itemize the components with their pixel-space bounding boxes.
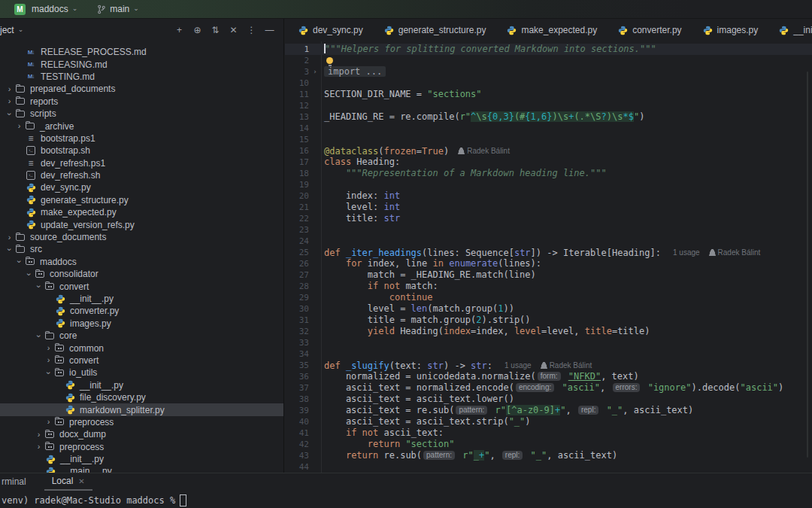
code-line-16[interactable]: 16@dataclass(frozen=True)Radek Bálint xyxy=(285,145,812,157)
code-line-25[interactable]: 25def _iter_headings(lines: Sequence[str… xyxy=(285,247,812,258)
tree-item--init-py[interactable]: __init__.py xyxy=(0,293,283,305)
code-line-17[interactable]: 17class Heading: xyxy=(285,157,812,168)
tree-item-convert[interactable]: ›convert xyxy=(0,354,283,367)
editor-tab-converter-py[interactable]: converter.py xyxy=(607,19,692,41)
line-number[interactable]: 41 xyxy=(285,427,309,439)
code-line-12[interactable]: 12 xyxy=(285,100,812,111)
tree-item-releasing-md[interactable]: M↓RELEASING.md xyxy=(0,58,283,70)
line-number[interactable]: 31 xyxy=(285,315,309,326)
tree-item-make-expected-py[interactable]: make_expected.py xyxy=(0,206,283,218)
line-number[interactable]: 32 xyxy=(285,326,309,337)
line-number[interactable]: 23 xyxy=(285,224,309,236)
chevron-expanded-icon[interactable]: › xyxy=(35,331,43,341)
chevron-collapsed-icon[interactable]: › xyxy=(44,356,53,364)
tree-item--init-py[interactable]: __init__.py xyxy=(0,379,283,391)
line-number[interactable]: 30 xyxy=(285,303,309,315)
more-options-icon[interactable]: ⋮ xyxy=(244,23,259,38)
hide-panel-icon[interactable]: — xyxy=(262,23,277,38)
code-line-41[interactable]: 41 if not ascii_text: xyxy=(285,427,812,439)
code-line-18[interactable]: 18 """Representation of a Markdown headi… xyxy=(285,168,812,179)
line-number[interactable]: 28 xyxy=(285,281,309,292)
code-line-23[interactable]: 23 xyxy=(285,224,812,236)
code-line-26[interactable]: 26 for index, line in enumerate(lines): xyxy=(285,258,812,269)
line-number[interactable]: 2 xyxy=(285,55,309,66)
code-line-10[interactable]: 10 xyxy=(285,78,812,89)
chevron-collapsed-icon[interactable]: › xyxy=(34,430,44,439)
close-icon[interactable]: ✕ xyxy=(78,477,84,485)
line-number[interactable]: 37 xyxy=(285,382,309,394)
code-line-36[interactable]: 36 normalized = unicodedata.normalize(fo… xyxy=(285,371,812,382)
code-line-3[interactable]: 3›import ... xyxy=(285,66,812,78)
line-number[interactable]: 18 xyxy=(285,168,309,179)
tree-item-docx-dump[interactable]: ›docx_dump xyxy=(0,428,283,440)
line-number[interactable]: 19 xyxy=(285,179,309,190)
chevron-collapsed-icon[interactable]: › xyxy=(5,233,14,242)
tree-item--archive[interactable]: ›_archive xyxy=(0,120,283,132)
line-number[interactable]: 14 xyxy=(285,123,309,134)
line-number[interactable]: 25 xyxy=(285,247,309,258)
line-number[interactable]: 16 xyxy=(285,145,309,157)
line-number[interactable]: 38 xyxy=(285,394,309,405)
terminal-window-label[interactable]: rminal xyxy=(2,476,26,491)
code-line-29[interactable]: 29 continue xyxy=(285,292,812,303)
code-editor[interactable]: 1"""Helpers for splitting converted Mark… xyxy=(285,41,812,473)
branch-selector[interactable]: main ⌄ xyxy=(97,4,139,14)
chevron-expanded-icon[interactable]: › xyxy=(5,109,14,119)
code-line-21[interactable]: 21 level: int xyxy=(285,202,812,213)
line-number[interactable]: 20 xyxy=(285,190,309,202)
chevron-collapsed-icon[interactable]: › xyxy=(5,85,14,93)
code-line-24[interactable]: 24 xyxy=(285,236,812,247)
terminal-tab-local[interactable]: Local ✕ xyxy=(44,476,92,491)
fold-chevron-icon[interactable]: › xyxy=(309,66,321,78)
code-line-38[interactable]: 38 ascii_text = ascii_text.lower() xyxy=(285,394,812,405)
chevron-collapsed-icon[interactable]: › xyxy=(5,97,14,105)
line-number[interactable]: 43 xyxy=(285,450,309,461)
tree-item--main-py[interactable]: __main__.py xyxy=(0,465,283,473)
tree-item-prepared-documents[interactable]: ›prepared_documents xyxy=(0,83,283,95)
tree-item-source-documents[interactable]: ›source_documents xyxy=(0,231,283,243)
add-icon[interactable]: + xyxy=(171,23,187,38)
chevron-expanded-icon[interactable]: › xyxy=(5,245,14,254)
tree-item-generate-structure-py[interactable]: generate_structure.py xyxy=(0,194,283,206)
code-line-28[interactable]: 28 if not match: xyxy=(285,281,812,292)
tree-item-dev-sync-py[interactable]: dev_sync.py xyxy=(0,181,283,193)
line-number[interactable]: 42 xyxy=(285,439,309,450)
code-line-40[interactable]: 40 ascii_text = ascii_text.strip("_") xyxy=(285,416,812,427)
tree-item-reports[interactable]: ›reports xyxy=(0,96,283,108)
code-line-15[interactable]: 15 xyxy=(285,134,812,145)
tree-item-file-discovery-py[interactable]: file_discovery.py xyxy=(0,391,283,403)
usage-annotation[interactable]: 1 usage xyxy=(673,248,700,257)
project-panel-title[interactable]: ject ⌄ xyxy=(0,25,23,35)
line-number[interactable]: 15 xyxy=(285,134,309,145)
tree-item-src[interactable]: ›src xyxy=(0,243,283,255)
line-number[interactable]: 11 xyxy=(285,89,309,100)
tree-item-core[interactable]: ›core xyxy=(0,330,283,342)
chevron-collapsed-icon[interactable]: › xyxy=(44,418,53,426)
line-number[interactable]: 33 xyxy=(285,337,309,348)
editor-tab-generate-structure-py[interactable]: generate_structure.py xyxy=(374,19,497,41)
tree-item-converter-py[interactable]: converter.py xyxy=(0,305,283,317)
code-line-37[interactable]: 37 ascii_text = normalized.encode(encodi… xyxy=(285,382,812,394)
tree-item-preprocess[interactable]: ›preprocess xyxy=(0,416,283,428)
code-line-32[interactable]: 32 yield Heading(index=index, level=leve… xyxy=(285,326,812,337)
tree-item-bootstrap-ps1[interactable]: ≡bootstrap.ps1 xyxy=(0,132,283,144)
chevron-expanded-icon[interactable]: › xyxy=(15,257,23,266)
tree-item-common[interactable]: ›common xyxy=(0,342,283,354)
code-line-35[interactable]: 35def _slugify(text: str) -> str:1 usage… xyxy=(285,360,812,371)
line-number[interactable]: 1 xyxy=(285,44,309,55)
tree-item-bootstrap-sh[interactable]: ›_bootstrap.sh xyxy=(0,144,283,157)
line-number[interactable]: 39 xyxy=(285,405,309,416)
editor-tab-dev-sync-py[interactable]: dev_sync.py xyxy=(288,19,374,41)
line-number[interactable]: 27 xyxy=(285,269,309,281)
line-number[interactable]: 36 xyxy=(285,371,309,382)
code-line-1[interactable]: 1"""Helpers for splitting converted Mark… xyxy=(285,44,812,55)
tree-item-io-utils[interactable]: ›io_utils xyxy=(0,367,283,379)
usage-annotation[interactable]: 1 usage xyxy=(504,361,532,370)
line-number[interactable]: 22 xyxy=(285,213,309,224)
project-selector[interactable]: maddocs ⌄ xyxy=(32,4,77,14)
code-line-33[interactable]: 33 xyxy=(285,337,812,348)
code-line-19[interactable]: 19 xyxy=(285,179,812,190)
chevron-collapsed-icon[interactable]: › xyxy=(34,443,44,451)
chevron-expanded-icon[interactable]: › xyxy=(35,281,43,291)
tree-item--init-py[interactable]: __init__.py xyxy=(0,453,283,465)
